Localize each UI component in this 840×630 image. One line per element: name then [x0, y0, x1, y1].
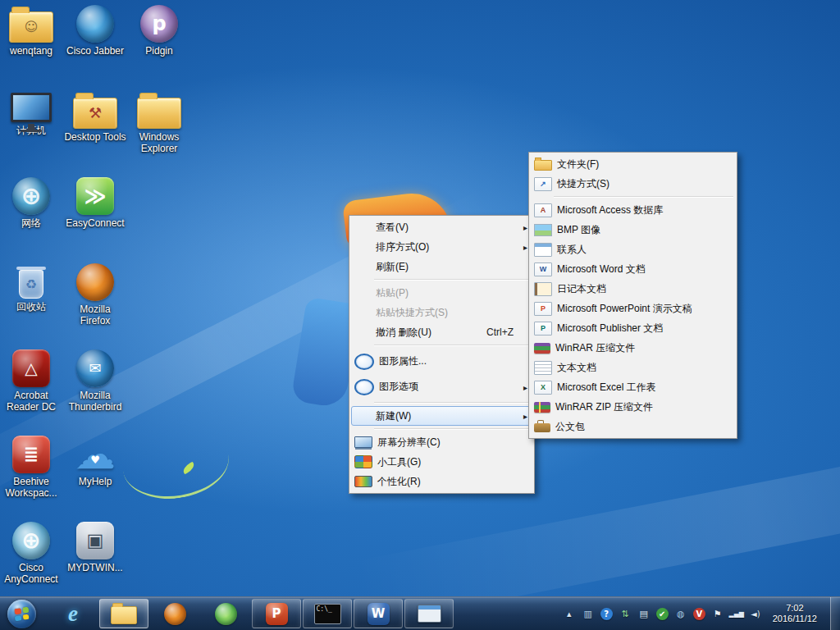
- display-icon[interactable]: ▤: [637, 607, 651, 620]
- desktop-icon-firefox[interactable]: Mozilla Firefox: [64, 263, 126, 326]
- txt-icon: [534, 361, 552, 375]
- context-menu-item-paste[interactable]: 粘贴(P): [351, 283, 532, 303]
- wenqtang-icon: ☺: [9, 11, 53, 43]
- desktop-icon-label: Acrobat Reader DC: [0, 390, 62, 413]
- network-icon[interactable]: ◍: [674, 607, 687, 620]
- context-menu-item-new[interactable]: 新建(W)▸: [351, 406, 532, 426]
- desktop-icon-network[interactable]: ⊕网络: [0, 177, 62, 229]
- new-submenu-item-excel[interactable]: XMicrosoft Excel 工作表: [531, 377, 735, 397]
- menu-item-label: Microsoft Access 数据库: [557, 203, 729, 217]
- menu-item-label: 联系人: [557, 243, 729, 257]
- flag-quadrant: [14, 608, 21, 614]
- desktop-icon-label: Mozilla Thunderbird: [64, 390, 126, 413]
- context-menu-item-undo-delete[interactable]: 撤消 删除(U)Ctrl+Z: [351, 322, 532, 342]
- new-submenu-item-word[interactable]: WMicrosoft Word 文档: [531, 259, 735, 279]
- new-submenu-item-briefcase[interactable]: 公文包: [531, 417, 735, 436]
- context-menu-item-refresh[interactable]: 刷新(E): [351, 257, 532, 276]
- new-submenu-item-publisher[interactable]: PMicrosoft Publisher 文档: [531, 318, 735, 338]
- system-tray: ▴▥?⇅▤✔◍V⚑▂▄▆◄) 7:02 2016/11/12: [558, 597, 840, 630]
- desktop-icon-wenqtang[interactable]: ☺wenqtang: [0, 5, 62, 57]
- context-menu-item-paste-shortcut[interactable]: 粘贴快捷方式(S): [351, 303, 532, 322]
- sync-icon[interactable]: ⇅: [619, 607, 632, 620]
- desktop-icon-mydtwin[interactable]: ▣MYDTWIN...: [64, 522, 126, 573]
- desktop-icon-label: Cisco Jabber: [64, 45, 126, 57]
- menu-item-label: 文件夹(F): [557, 158, 729, 171]
- menu-item-label: 粘贴快捷方式(S): [376, 306, 527, 320]
- new-submenu-item-contact[interactable]: 联系人: [531, 240, 735, 259]
- menu-item-label: 粘贴(P): [376, 286, 527, 300]
- desktop-icon-pidgin[interactable]: pPidgin: [128, 5, 190, 57]
- blank-icon: [354, 220, 371, 235]
- taskbar-button-explorer[interactable]: [99, 599, 148, 628]
- desktop-icon-cisco-jabber[interactable]: Cisco Jabber: [64, 5, 126, 57]
- desktop-icon-recycle-bin[interactable]: ♻回收站: [0, 263, 62, 313]
- new-submenu-item-folder[interactable]: 文件夹(F): [531, 154, 735, 174]
- taskbar-button-word[interactable]: W: [354, 599, 403, 628]
- submenu-arrow-icon: ▸: [523, 382, 527, 391]
- new-submenu-item-journal[interactable]: 日记本文档: [531, 279, 735, 299]
- new-submenu-item-bmp[interactable]: BMP 图像: [531, 220, 735, 240]
- desktop-icon-label: 回收站: [0, 301, 62, 313]
- desktop-icon-computer[interactable]: 计算机: [0, 91, 62, 136]
- menu-item-label: 查看(V): [376, 221, 527, 235]
- context-menu-item-gadgets[interactable]: 小工具(G): [351, 452, 532, 472]
- word-icon: W: [534, 262, 552, 276]
- desktop-icon-label: Mozilla Firefox: [64, 304, 126, 326]
- desktop-icon-windows-explorer[interactable]: Windows Explorer: [128, 91, 190, 154]
- menu-item-label: WinRAR ZIP 压缩文件: [555, 400, 729, 414]
- new-submenu-item-text[interactable]: 文本文档: [531, 358, 735, 377]
- desktop-icon-label: 网络: [0, 217, 62, 229]
- desktop-icon-cisco-anyconnect[interactable]: ⊕Cisco AnyConnect: [0, 522, 62, 585]
- signal-icon[interactable]: ▂▄▆: [730, 607, 743, 620]
- cmd-icon: C:\_: [314, 604, 341, 624]
- desktop-icon-thunderbird[interactable]: ✉Mozilla Thunderbird: [64, 349, 126, 413]
- start-button[interactable]: [0, 597, 43, 630]
- new-submenu: 文件夹(F)↗快捷方式(S)AMicrosoft Access 数据库BMP 图…: [528, 152, 737, 439]
- taskbar-button-powerpoint[interactable]: P: [252, 599, 301, 628]
- taskbar-button-green-browser[interactable]: [201, 599, 250, 628]
- windows-explorer-icon: [137, 98, 181, 129]
- context-menu-item-personalize[interactable]: 个性化(R): [351, 472, 532, 491]
- context-menu-item-screen-resolution[interactable]: 屏幕分辨率(C): [351, 432, 532, 452]
- volume-icon[interactable]: ◄): [749, 607, 762, 620]
- context-menu-item-view[interactable]: 查看(V)▸: [351, 217, 532, 237]
- blank-icon: [354, 325, 371, 340]
- graphics-icon[interactable]: ▥: [582, 607, 595, 620]
- blank-icon: [354, 240, 371, 254]
- safety-icon[interactable]: ✔: [656, 608, 669, 620]
- desktop-icon-easyconnect[interactable]: ≫EasyConnect: [64, 177, 126, 229]
- clock-date: 2016/11/12: [773, 614, 817, 624]
- new-submenu-item-winrar-zip[interactable]: WinRAR ZIP 压缩文件: [531, 397, 735, 417]
- desktop[interactable]: ☺wenqtangCisco JabberpPidgin计算机⚒Desktop …: [0, 0, 840, 630]
- mcafee-icon[interactable]: V: [693, 608, 705, 620]
- context-menu-item-graphics-options[interactable]: 图形选项▸: [351, 374, 532, 399]
- menu-item-label: 图形属性...: [379, 354, 527, 368]
- new-submenu-item-shortcut[interactable]: ↗快捷方式(S): [531, 174, 735, 194]
- taskbar-clock[interactable]: 7:02 2016/11/12: [768, 603, 824, 624]
- folder-icon: [534, 160, 552, 171]
- menu-item-label: Microsoft Word 文档: [557, 262, 729, 276]
- taskbar-button-internet-explorer[interactable]: e: [48, 599, 98, 628]
- access-icon: A: [534, 203, 552, 217]
- new-submenu-item-powerpoint[interactable]: PMicrosoft PowerPoint 演示文稿: [531, 299, 735, 318]
- new-submenu-item-winrar[interactable]: WinRAR 压缩文件: [531, 338, 735, 358]
- taskbar-button-firefox[interactable]: [150, 599, 199, 628]
- word-icon: W: [368, 603, 390, 625]
- desktop-icon-beehive[interactable]: ≣Beehive Workspac...: [0, 436, 62, 499]
- desktop-icon-myhelp[interactable]: ☁MyHelp: [64, 436, 126, 487]
- context-menu-item-graphics-properties[interactable]: 图形属性...: [351, 349, 532, 374]
- thunderbird-icon: ✉: [76, 349, 114, 387]
- input-flag-icon[interactable]: ⚑: [711, 607, 724, 620]
- context-menu-item-sort-by[interactable]: 排序方式(O)▸: [351, 237, 532, 257]
- show-desktop-button[interactable]: [830, 597, 840, 630]
- taskbar-button-cmd[interactable]: C:\_: [303, 599, 352, 628]
- menu-item-label: 公文包: [555, 420, 729, 434]
- powerpoint-icon: P: [266, 603, 288, 625]
- window-app-icon: [418, 605, 441, 623]
- help-icon[interactable]: ?: [600, 608, 613, 620]
- desktop-icon-desktop-tools[interactable]: ⚒Desktop Tools: [64, 91, 126, 143]
- new-submenu-item-access[interactable]: AMicrosoft Access 数据库: [531, 200, 735, 220]
- hidden-icons-icon[interactable]: ▴: [563, 607, 576, 620]
- taskbar-button-window-app[interactable]: [404, 599, 454, 628]
- desktop-icon-acrobat[interactable]: △Acrobat Reader DC: [0, 349, 62, 413]
